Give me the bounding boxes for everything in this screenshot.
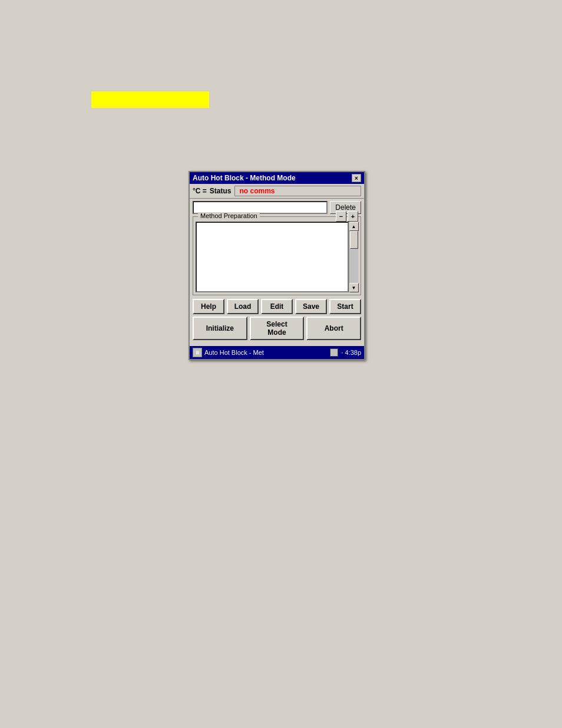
- dialog-window: Auto Hot Block - Method Mode × °C = Stat…: [189, 171, 365, 360]
- scroll-track: [350, 231, 358, 283]
- taskbar-time: 4:38p: [345, 349, 361, 356]
- method-preparation-group: Method Preparation − + ▲ ▼: [193, 216, 361, 295]
- taskbar: 🖥 Auto Hot Block - Met · 4:38p: [190, 346, 364, 359]
- scroll-down-button[interactable]: ▼: [349, 283, 359, 292]
- start-button[interactable]: Start: [329, 299, 361, 314]
- edit-button[interactable]: Edit: [261, 299, 293, 314]
- taskbar-grid-icon: [330, 348, 338, 357]
- yellow-highlight-bar: [91, 91, 209, 108]
- initialize-button[interactable]: Initialize: [193, 317, 247, 340]
- save-button[interactable]: Save: [295, 299, 327, 314]
- scroll-up-button[interactable]: ▲: [349, 222, 359, 231]
- button-row-1: Help Load Edit Save Start: [193, 299, 361, 314]
- celsius-label: °C =: [193, 187, 207, 195]
- dialog-title: Auto Hot Block - Method Mode: [193, 174, 296, 182]
- group-legend: Method Preparation: [198, 212, 260, 219]
- close-button[interactable]: ×: [352, 174, 361, 182]
- group-controls: − +: [336, 211, 358, 222]
- load-button[interactable]: Load: [227, 299, 259, 314]
- plus-button[interactable]: +: [348, 211, 358, 222]
- method-text-area[interactable]: [196, 222, 349, 292]
- status-value: no comms: [234, 186, 362, 196]
- select-mode-button[interactable]: Select Mode: [250, 317, 305, 340]
- title-bar: Auto Hot Block - Method Mode ×: [190, 172, 364, 184]
- scrollbar: ▲ ▼: [349, 222, 358, 292]
- taskbar-separator: ·: [341, 348, 343, 357]
- minus-button[interactable]: −: [336, 211, 346, 222]
- button-row-2: Initialize Select Mode Abort: [193, 317, 361, 340]
- content-area: Delete Method Preparation − + ▲ ▼: [190, 199, 364, 345]
- taskbar-icon: 🖥: [193, 348, 202, 357]
- status-text-label: Status: [210, 187, 232, 195]
- help-button[interactable]: Help: [193, 299, 224, 314]
- scroll-thumb[interactable]: [350, 231, 358, 249]
- text-area-container: ▲ ▼: [196, 222, 358, 292]
- taskbar-app-text: Auto Hot Block - Met: [204, 349, 329, 356]
- status-bar: °C = Status no comms: [190, 184, 364, 199]
- abort-button[interactable]: Abort: [306, 317, 361, 340]
